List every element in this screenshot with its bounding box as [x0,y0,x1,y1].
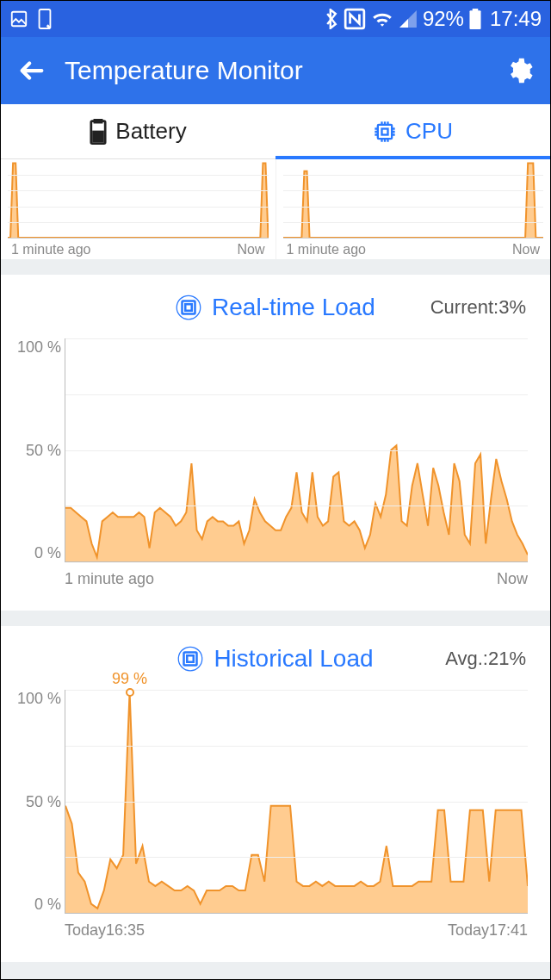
battery-percent: 92% [423,7,464,31]
tab-battery[interactable]: Battery [1,104,276,158]
cpu-icon [177,646,203,672]
back-button[interactable] [15,53,49,88]
svg-rect-4 [469,10,480,29]
svg-point-10 [176,295,201,319]
mini-right-xstart: 1 minute ago [287,242,367,257]
realtime-stat: Current:3% [430,296,526,319]
svg-rect-0 [12,12,27,27]
historical-xstart: Today16:35 [65,921,145,940]
cpu-icon [176,295,201,320]
tab-battery-label: Battery [115,118,186,145]
realtime-xend: Now [497,570,528,588]
realtime-chart[interactable]: 100 % 50 % 0 % 1 minute ago Now [15,338,536,588]
nfc-icon [344,8,366,30]
battery-icon [469,9,481,29]
svg-rect-12 [185,304,192,311]
mini-chart-left-svg [8,159,269,238]
status-right: 92% 17:49 [325,7,542,31]
tab-bar: Battery CPU [1,104,550,159]
historical-y-0: 0 % [15,896,61,914]
tab-cpu-label: CPU [406,118,453,145]
realtime-y-50: 50 % [15,442,61,460]
historical-y-50: 50 % [15,793,61,811]
historical-title: Historical Load [214,645,373,673]
status-left [9,8,54,30]
app-bar: Temperature Monitor [1,37,550,104]
mini-chart-right-svg [283,159,544,238]
image-icon [9,9,28,28]
mini-left-xstart: 1 minute ago [11,242,91,257]
historical-chart[interactable]: 100 % 50 % 0 % 99 % Today16:35 Today17:4… [15,690,536,940]
tab-cpu[interactable]: CPU [276,104,550,158]
gear-icon [505,56,534,85]
svg-rect-7 [94,132,103,141]
arrow-left-icon [17,56,46,85]
svg-rect-15 [188,655,195,662]
svg-rect-14 [184,653,197,666]
device-icon [35,8,54,30]
cpu-tab-icon [373,120,397,144]
settings-button[interactable] [502,53,536,88]
historical-section: Historical Load Avg.:21% 100 % 50 % 0 % … [1,626,550,962]
historical-xend: Today17:41 [448,921,528,940]
page-title: Temperature Monitor [65,56,502,85]
status-bar: 92% 17:49 [1,1,550,37]
realtime-title: Real-time Load [212,294,375,321]
mini-right-xend: Now [512,242,540,257]
svg-rect-8 [378,124,392,138]
historical-annotation-label: 99 % [112,670,147,688]
historical-stat: Avg.:21% [445,648,526,670]
bluetooth-icon [325,9,338,29]
mini-left-xend: Now [237,242,264,257]
mini-charts-row: 1 minute ago Now 1 minute ago Now [1,159,550,259]
svg-rect-11 [183,301,195,314]
signal-icon [399,9,418,28]
historical-annotation-dot [126,688,134,697]
mini-chart-left[interactable]: 1 minute ago Now [1,159,276,259]
realtime-y-100: 100 % [15,338,61,357]
mini-chart-right[interactable]: 1 minute ago Now [276,159,551,259]
clock: 17:49 [490,7,542,31]
wifi-icon [371,9,393,28]
realtime-xstart: 1 minute ago [65,570,154,588]
realtime-y-0: 0 % [15,544,61,562]
battery-tab-icon [90,119,107,145]
svg-point-13 [179,647,203,671]
realtime-section: Real-time Load Current:3% 100 % 50 % 0 %… [1,275,550,611]
historical-y-100: 100 % [15,690,61,708]
svg-rect-9 [382,128,388,134]
